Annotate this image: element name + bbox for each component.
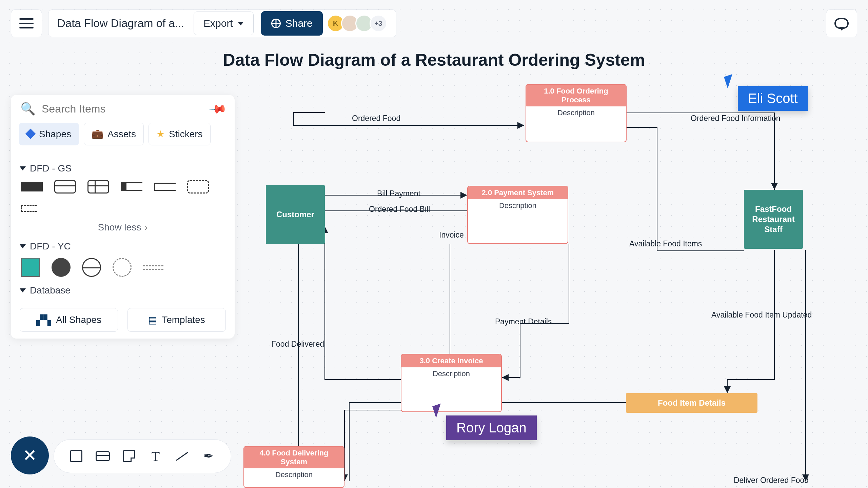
comment-icon [834,18,849,29]
edge-label: Ordered Food Bill [369,205,430,214]
collaborator-cursor-eli: Eli Scott [726,75,808,111]
rectangle-tool[interactable] [69,449,84,464]
shape-solid-rect[interactable] [21,182,43,191]
template-icon: ▤ [148,314,157,326]
edge-label: Available Food Items [629,239,702,248]
node-label: FastFood Restaurant Staff [752,204,794,235]
shape-dashed-rect[interactable] [187,180,209,194]
node-header: 3.0 Create Invoice [401,354,501,367]
collaborator-avatars: K +3 [330,15,387,32]
node-header: 1.0 Food Ordering Process [526,85,626,106]
tab-label: Assets [107,129,136,140]
shape-open-right[interactable] [121,182,142,191]
share-button[interactable]: Share [261,11,323,36]
search-icon: 🔍 [20,102,36,116]
edge-label: Available Food Item Updated [711,310,812,320]
tab-label: Stickers [169,129,203,140]
edge-label: Invoice [439,230,464,240]
templates-button[interactable]: ▤ Templates [127,308,226,332]
tool-tray: T ✒ [54,439,231,473]
sticky-note-tool[interactable] [122,449,137,464]
cursor-label: Eli Scott [738,86,808,111]
process-food-ordering[interactable]: 1.0 Food Ordering Process Description [526,84,627,142]
tab-stickers[interactable]: ★ Stickers [149,123,211,145]
chevron-down-icon [238,22,244,25]
edge-label: Food Delivered [271,340,324,349]
tab-shapes[interactable]: Shapes [19,123,79,145]
shape-dashed-lines[interactable] [143,265,163,270]
shape-filled-circle[interactable] [52,258,71,277]
line-tool[interactable] [175,449,190,464]
node-description: Description [244,468,344,481]
button-label: Templates [162,314,205,325]
edge-label: Ordered Food Information [691,114,781,123]
node-description: Description [468,199,568,212]
tab-assets[interactable]: 💼 Assets [84,123,144,145]
globe-icon [271,19,281,28]
node-description: Description [526,106,626,119]
edge-label: Deliver Ordered Food [734,476,809,485]
pin-icon[interactable]: 📌 [208,99,228,119]
chevron-right-icon: › [144,222,147,232]
section-database[interactable]: Database [20,285,226,296]
show-less-label: Show less [98,222,141,232]
entity-staff[interactable]: FastFood Restaurant Staff [744,190,803,249]
menu-button[interactable] [11,9,42,37]
node-label: Customer [276,210,314,219]
search-row: 🔍 📌 [11,95,235,123]
shape-triple-rect[interactable] [87,180,109,194]
shape-split-rect[interactable] [54,180,76,194]
tab-label: Shapes [39,129,71,140]
card-tool[interactable] [95,449,110,464]
edge-label: Payment Details [495,317,552,326]
caret-down-icon [20,244,26,248]
edge-label: Bill Payment [377,189,420,198]
hamburger-icon [19,18,34,28]
close-tools-button[interactable]: ✕ [11,436,49,474]
star-icon: ★ [156,128,165,140]
comments-button[interactable] [826,9,857,37]
process-food-delivering[interactable]: 4.0 Food Delivering System Description [243,446,344,488]
shape-dashed-circle[interactable] [113,258,132,277]
cursor-icon [432,404,445,418]
section-dfd-yc[interactable]: DFD - YC [20,241,226,252]
export-label: Export [203,18,233,29]
text-tool[interactable]: T [148,449,163,464]
share-label: Share [285,18,313,29]
all-shapes-button[interactable]: ▞▚ All Shapes [20,308,118,332]
shapes-panel: 🔍 📌 Shapes 💼 Assets ★ Stickers DFD - GS [11,95,235,339]
pen-tool[interactable]: ✒ [201,449,216,464]
caret-down-icon [20,166,26,170]
node-header: 4.0 Food Delivering System [244,447,344,468]
close-icon: ✕ [23,446,37,465]
process-create-invoice[interactable]: 3.0 Create Invoice Description [401,354,502,412]
shape-dashed-open[interactable] [21,205,37,212]
search-input[interactable] [42,103,205,115]
briefcase-icon: 💼 [92,128,103,140]
entity-customer[interactable]: Customer [266,185,325,244]
shape-teal-square[interactable] [21,258,40,277]
shape-open-right-2[interactable] [154,183,176,191]
cursor-icon [724,74,736,88]
node-description: Description [401,367,501,380]
section-title: DFD - YC [30,241,71,252]
datastore-food-item-details[interactable]: Food Item Details [626,393,757,413]
caret-down-icon [20,288,26,292]
document-title[interactable]: Data Flow Diagram of a... [57,17,186,30]
show-less-toggle[interactable]: Show less› [20,222,226,233]
cursor-label: Rory Logan [446,415,537,440]
node-label: Food Item Details [658,398,726,408]
section-dfd-gs[interactable]: DFD - GS [20,163,226,174]
process-payment-system[interactable]: 2.0 Payment System Description [467,186,568,244]
section-title: DFD - GS [30,163,72,174]
button-label: All Shapes [56,314,101,325]
edge-label: Ordered Food [352,114,400,123]
shape-circle-line[interactable] [82,258,101,277]
grid-icon: ▞▚ [36,314,51,326]
node-header: 2.0 Payment System [468,186,568,199]
collaborator-cursor-rory: Rory Logan [434,405,537,440]
section-title: Database [30,285,71,296]
avatar-overflow[interactable]: +3 [370,15,387,32]
diamond-icon [25,128,36,139]
export-button[interactable]: Export [194,12,254,35]
